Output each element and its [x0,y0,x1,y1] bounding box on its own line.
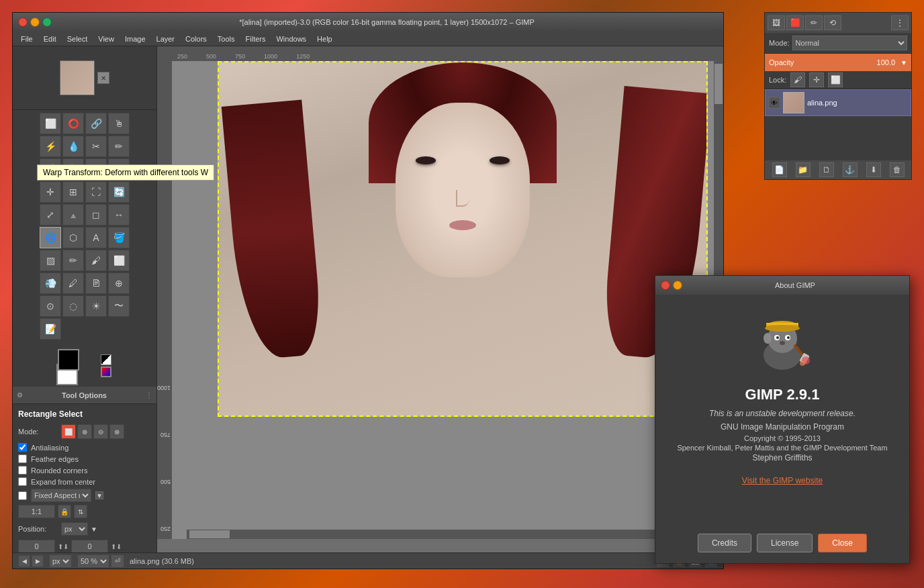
unit-selector[interactable]: px [49,554,72,568]
tool-pencil[interactable]: ✏ [62,250,84,271]
about-min-btn[interactable] [673,281,682,290]
scrollbar-thumb-h[interactable] [189,530,230,538]
menu-windows[interactable]: Windows [271,34,312,44]
about-close-btn[interactable] [661,281,670,290]
ratio-swap-btn[interactable]: ⇅ [74,505,87,518]
menu-tools[interactable]: Tools [212,34,240,44]
layer-mode-dropdown[interactable]: Normal [792,36,907,50]
about-close-button[interactable]: Close [818,534,867,552]
lock-position-btn[interactable]: ✛ [809,72,824,87]
license-button[interactable]: License [757,534,813,552]
swap-colors-button[interactable] [101,366,111,377]
tool-fuzzy-select[interactable]: ⚡ [40,136,61,157]
tool-align[interactable]: ⊞ [62,181,84,203]
ratio-input[interactable] [18,505,55,518]
mode-add-btn[interactable]: ⊕ [77,424,92,439]
duplicate-layer-btn[interactable]: 🗋 [819,162,834,177]
tool-perspective[interactable]: ◻ [85,204,107,226]
tool-crop[interactable]: ⛶ [85,181,107,203]
reset-colors-button[interactable] [101,354,111,365]
tool-heal[interactable]: ⊕ [108,273,130,294]
menu-view[interactable]: View [93,34,120,44]
antialiasing-checkbox[interactable] [18,443,27,452]
menu-image[interactable]: Image [120,34,151,44]
tool-move[interactable]: ✛ [40,181,61,203]
fixed-aspect-expand[interactable]: ▼ [95,491,103,499]
foreground-color[interactable] [58,349,79,371]
tool-text[interactable]: A [85,227,107,248]
tool-foreground-select[interactable]: 🖱 [108,113,130,134]
tool-smudge[interactable]: 〜 [108,295,130,317]
mode-replace-btn[interactable]: ⬜ [61,424,76,439]
menu-select[interactable]: Select [62,34,93,44]
position-unit-arrow[interactable]: ▼ [91,526,97,533]
scrollbar-thumb-v[interactable] [714,64,723,104]
tool-gegl[interactable]: 🔬 [108,158,130,180]
rounded-corners-checkbox[interactable] [18,466,27,475]
nav-left[interactable]: ◀ [18,555,30,567]
menu-colors[interactable]: Colors [180,34,212,44]
delete-layer-btn[interactable]: 🗑 [890,162,905,177]
zoom-apply[interactable]: ⏎ [111,554,124,568]
image-canvas[interactable] [172,61,723,539]
close-preview-button[interactable]: ✕ [97,72,109,84]
new-layer-group-btn[interactable]: 📁 [796,162,811,177]
anchor-layer-btn[interactable]: ⚓ [843,162,858,177]
position-x-input[interactable] [18,540,55,552]
layer-visibility-eye[interactable]: 👁 [768,97,780,109]
tool-color-picker[interactable]: 🔎 [40,158,61,180]
zoom-select[interactable]: 50 % [77,554,109,568]
layer-row-alina[interactable]: 👁 alina.png [765,89,911,116]
tool-zoom[interactable]: 🔍 [62,158,84,180]
mode-intersect-btn[interactable]: ⊗ [109,424,124,439]
nav-right[interactable]: ▶ [32,555,44,567]
expand-center-checkbox[interactable] [18,477,27,486]
merge-down-btn[interactable]: ⬇ [866,162,881,177]
tool-cage[interactable]: ⬡ [62,227,84,248]
tool-rect-select[interactable]: ⬜ [40,113,61,134]
tool-ink[interactable]: 🖊 [62,273,84,294]
lock-alpha-btn[interactable]: ⬜ [828,72,843,87]
feather-edges-checkbox[interactable] [18,454,27,463]
tool-eraser[interactable]: ⬜ [108,250,130,271]
ratio-lock-btn[interactable]: 🔒 [58,505,71,518]
new-layer-btn[interactable]: 📄 [772,162,787,177]
tool-clone[interactable]: 🖹 [85,273,107,294]
tool-perspective-clone[interactable]: ⊙ [40,295,61,317]
tool-dodge[interactable]: ☀ [85,295,107,317]
tool-options-config[interactable]: ⋮ [146,391,152,399]
tool-blend[interactable]: ▨ [40,250,61,271]
tool-scissors[interactable]: ✂ [85,136,107,157]
tool-rotate[interactable]: 🔄 [108,181,130,203]
horizontal-scrollbar[interactable] [187,530,723,539]
mode-subtract-btn[interactable]: ⊖ [93,424,108,439]
tool-bucket-fill[interactable]: 🪣 [108,227,130,248]
tool-lasso[interactable]: 🔗 [85,113,107,134]
tool-warp[interactable]: 🌀 [40,227,61,248]
tool-paths[interactable]: ✏ [108,136,130,157]
layers-config[interactable]: ⋮ [891,15,909,30]
window-close-button[interactable] [18,17,28,27]
menu-file[interactable]: File [15,34,38,44]
lock-pixels-btn[interactable]: 🖌 [790,72,805,87]
tool-color-select[interactable]: 💧 [62,136,84,157]
window-maximize-button[interactable] [42,17,52,27]
position-unit-select[interactable]: px [61,522,88,536]
tool-flip[interactable]: ↔ [108,204,130,226]
fixed-aspect-dropdown[interactable]: Fixed Aspect ra... [31,489,91,502]
tool-scale[interactable]: ⤢ [40,204,61,226]
tool-ellipse-select[interactable]: ⭕ [62,113,84,134]
menu-layer[interactable]: Layer [151,34,181,44]
tool-airbrush[interactable]: 💨 [40,273,61,294]
tool-blur[interactable]: ◌ [62,295,84,317]
tool-paintbrush[interactable]: 🖌 [85,250,107,271]
tool-script[interactable]: 📝 [40,318,61,340]
credits-button[interactable]: Credits [698,534,751,552]
menu-help[interactable]: Help [312,34,338,44]
opacity-arrow[interactable]: ▼ [900,59,907,66]
menu-edit[interactable]: Edit [38,34,62,44]
about-website-link[interactable]: Visit the GIMP website [742,476,823,485]
tool-shear[interactable]: ⟁ [62,204,84,226]
menu-filters[interactable]: Filters [240,34,271,44]
position-y-input[interactable] [71,540,108,552]
